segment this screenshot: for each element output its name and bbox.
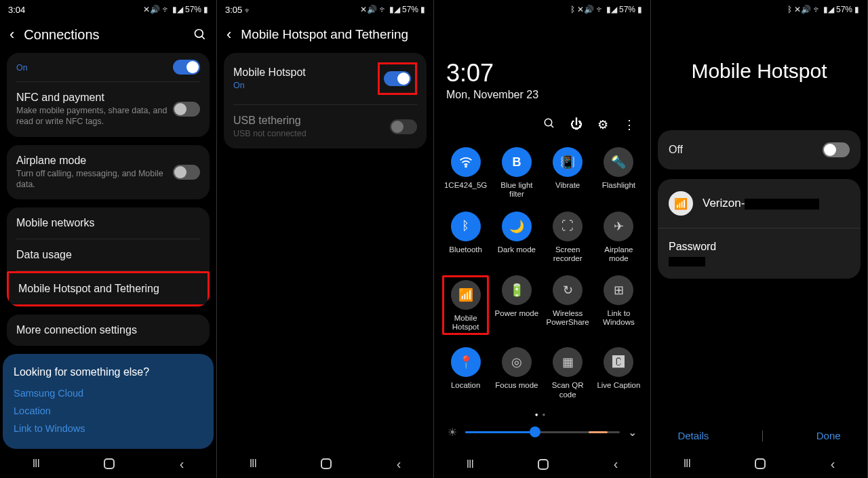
bottom-actions: Details Done: [651, 415, 867, 450]
link-location[interactable]: Location: [14, 405, 203, 416]
row-off[interactable]: Off: [658, 130, 861, 170]
brightness-slider[interactable]: ☀ ⌄: [434, 422, 650, 451]
tile-sound[interactable]: 📳Vibrate: [545, 147, 591, 199]
bluetooth-icon: ᛒ: [570, 5, 575, 14]
status-bar: ᛒ ✕🔊 ᯤ ▮◢ 57% ▮: [651, 0, 867, 19]
nav-bar: III ‹: [217, 450, 433, 478]
nav-recent[interactable]: III: [250, 458, 256, 470]
wifi-icon: ᯤ: [379, 5, 387, 14]
status-icons: ✕🔊 ᯤ ▮◢ 57% ▮: [143, 5, 208, 14]
toggle-nfc[interactable]: [173, 102, 200, 117]
row-mobile-networks[interactable]: Mobile networks: [7, 207, 210, 239]
tile-powershare[interactable]: ↻Wireless PowerShare: [545, 275, 591, 335]
row-prev-setting[interactable]: On: [7, 53, 210, 81]
panel-hotspot-detail: ᛒ ✕🔊 ᯤ ▮◢ 57% ▮ Mobile Hotspot Off 📶 Ver…: [651, 0, 868, 478]
clock: 3:04: [8, 5, 25, 15]
row-nfc[interactable]: NFC and payment Make mobile payments, sh…: [7, 82, 210, 137]
link-link-to-windows[interactable]: Link to Windows: [14, 423, 203, 434]
svg-line-3: [551, 125, 553, 127]
row-hotspot-tethering[interactable]: Mobile Hotspot and Tethering: [7, 271, 210, 306]
tile-mobile-hotspot[interactable]: 📶Mobile Hotspot: [446, 280, 486, 332]
tile-dark-mode[interactable]: 🌙Dark mode: [493, 212, 540, 263]
brightness-icon: ☀: [448, 426, 457, 439]
tile-bluetooth[interactable]: ᛒBluetooth: [442, 212, 489, 263]
back-icon[interactable]: ‹: [226, 26, 231, 43]
nav-recent[interactable]: III: [684, 458, 690, 470]
nav-home[interactable]: [321, 458, 332, 469]
tile-flashlight[interactable]: 🔦Flashlight: [595, 147, 642, 199]
expand-icon[interactable]: ⌄: [628, 426, 637, 439]
battery-text: 57%: [836, 5, 852, 14]
airplane-title: Airplane mode: [16, 155, 173, 167]
row-mobile-hotspot[interactable]: Mobile Hotspot On: [224, 53, 427, 104]
page-title: Connections: [24, 27, 99, 43]
tile-screen-recorder[interactable]: ⛶Screen recorder: [545, 212, 591, 263]
link-samsung-cloud[interactable]: Samsung Cloud: [14, 388, 203, 399]
nav-bar: III ‹: [434, 451, 650, 478]
done-button[interactable]: Done: [816, 430, 841, 441]
toggle-usb: [390, 119, 417, 134]
tile-location[interactable]: 📍Location: [442, 347, 489, 399]
suggestion-card: Looking for something else? Samsung Clou…: [3, 354, 214, 449]
row-more-settings[interactable]: More connection settings: [7, 315, 210, 346]
more-icon[interactable]: ⋮: [623, 117, 635, 132]
nav-back[interactable]: ‹: [831, 456, 835, 472]
tile-power-mode[interactable]: 🔋Power mode: [493, 275, 540, 335]
row-airplane[interactable]: Airplane mode Turn off calling, messagin…: [7, 145, 210, 200]
page-title: Mobile Hotspot: [651, 19, 867, 130]
toggle-prev[interactable]: [173, 60, 200, 75]
details-button[interactable]: Details: [677, 430, 709, 441]
divider: [762, 431, 763, 441]
password-label: Password: [669, 241, 716, 253]
nav-recent[interactable]: III: [33, 458, 39, 470]
mh-title: Mobile Hotspot: [233, 66, 378, 79]
network-name-redacted: [745, 199, 819, 210]
nav-back[interactable]: ‹: [614, 456, 618, 472]
battery-icon: ▮: [420, 5, 425, 14]
qs-time: 3:07: [434, 18, 650, 87]
svg-point-4: [465, 166, 467, 167]
hotspot-icon: 📶: [669, 191, 693, 216]
row-data-usage[interactable]: Data usage: [7, 239, 210, 271]
hotspot-status-icon: ᯤ: [245, 7, 252, 14]
card-hotspot-info: 📶 Verizon- Password: [658, 179, 861, 279]
nav-back[interactable]: ‹: [180, 456, 184, 472]
page-header: ‹ Connections: [0, 19, 216, 53]
toggle-mobile-hotspot[interactable]: [384, 71, 411, 86]
page-title: Mobile Hotspot and Tethering: [241, 27, 408, 42]
clock: 3:05 ᯤ: [225, 5, 252, 15]
nav-bar: III ‹: [651, 450, 867, 478]
battery-text: 57%: [402, 5, 418, 14]
panel-hotspot-tethering: 3:05 ᯤ ✕🔊 ᯤ ▮◢ 57% ▮ ‹ Mobile Hotspot an…: [217, 0, 434, 478]
tile-qr[interactable]: ▦Scan QR code: [545, 347, 591, 399]
search-icon[interactable]: [193, 28, 207, 41]
panel-connections: 3:04 ✕🔊 ᯤ ▮◢ 57% ▮ ‹ Connections On NFC …: [0, 0, 217, 478]
settings-icon[interactable]: ⚙: [597, 117, 608, 132]
row-network-name[interactable]: 📶 Verizon-: [658, 179, 861, 228]
search-icon[interactable]: [543, 117, 555, 132]
row-password[interactable]: Password: [658, 228, 861, 279]
qs-grid: 1CE424_5G BBlue light filter 📳Vibrate 🔦F…: [434, 142, 650, 405]
tile-live-caption[interactable]: 🅲Live Caption: [595, 347, 642, 399]
row-usb-tethering: USB tethering USB not connected: [224, 105, 427, 148]
highlight-mobile-hotspot: 📶Mobile Hotspot: [442, 275, 489, 335]
tile-focus-mode[interactable]: ◎Focus mode: [493, 347, 540, 399]
nav-home[interactable]: [538, 459, 549, 470]
suggest-title: Looking for something else?: [14, 366, 203, 378]
nav-home[interactable]: [104, 458, 115, 469]
tile-airplane[interactable]: ✈Airplane mode: [595, 212, 642, 263]
nav-recent[interactable]: III: [467, 458, 473, 471]
back-icon[interactable]: ‹: [9, 26, 14, 43]
signal-icon: ▮◢: [172, 5, 183, 14]
nav-home[interactable]: [755, 458, 766, 469]
wifi-icon: ᯤ: [162, 5, 170, 14]
toggle-airplane[interactable]: [173, 165, 200, 180]
nav-back[interactable]: ‹: [397, 456, 401, 472]
tile-wifi[interactable]: 1CE424_5G: [442, 147, 489, 199]
power-icon[interactable]: ⏻: [570, 117, 583, 132]
toggle-hotspot-off[interactable]: [823, 142, 850, 157]
tile-blue-light[interactable]: BBlue light filter: [493, 147, 540, 199]
battery-text: 57%: [619, 5, 635, 14]
qs-date: Mon, November 23: [434, 87, 650, 113]
tile-link-windows[interactable]: ⊞Link to Windows: [595, 275, 642, 335]
